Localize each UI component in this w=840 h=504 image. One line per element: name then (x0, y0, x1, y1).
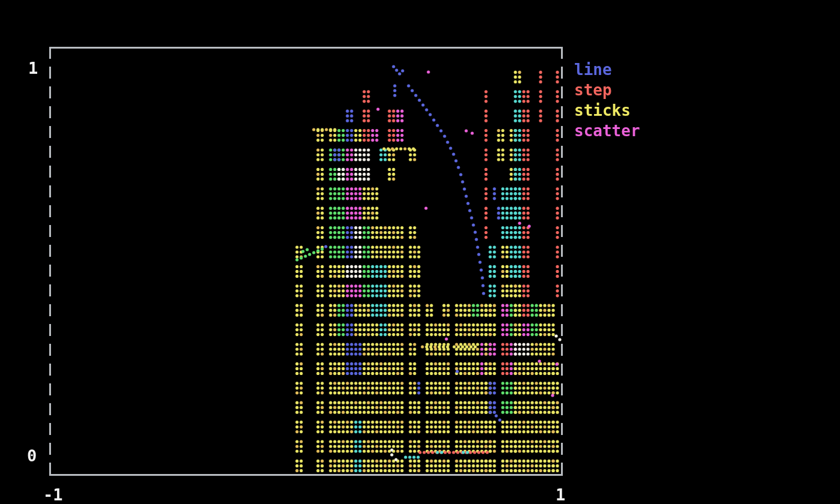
legend-item-line: line (574, 59, 640, 80)
x-axis-tick-right: 1 (556, 486, 565, 504)
x-axis-tick-left: -1 (43, 486, 63, 504)
legend: line step sticks scatter (574, 59, 640, 141)
y-axis-tick-top: 1 (28, 59, 38, 77)
y-axis-tick-bottom: 0 (27, 447, 37, 465)
legend-item-sticks: sticks (574, 100, 640, 121)
plot-dots-canvas (0, 0, 840, 504)
terminal-chart-screen: 1 0 -1 1 line step sticks scatter (0, 0, 840, 504)
legend-item-step: step (574, 80, 640, 100)
legend-item-scatter: scatter (574, 121, 640, 141)
